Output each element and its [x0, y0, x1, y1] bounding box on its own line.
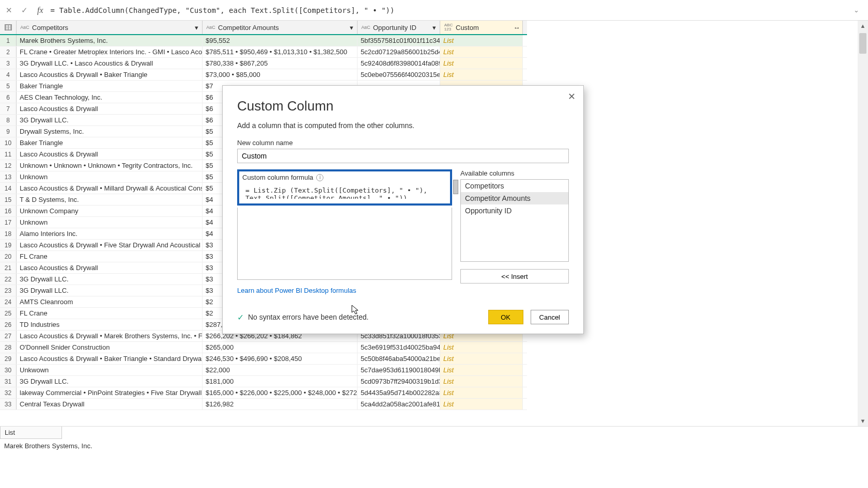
cell-custom[interactable]: List [440, 387, 523, 398]
cell-competitors[interactable]: Lasco Acoustics & Drywall • Baker Triang… [17, 69, 203, 80]
cell-custom[interactable]: List [440, 69, 523, 80]
cell-opportunity[interactable]: 5d4435a95d714b002282a855 [358, 387, 440, 398]
cell-amounts[interactable]: $181,000 [203, 376, 358, 387]
cell-opportunity[interactable]: 5c92408d6f83980014fa089c [358, 58, 440, 69]
cell-competitors[interactable]: Drywall Systems, Inc. [17, 126, 203, 137]
cell-custom[interactable]: List [440, 365, 523, 375]
cell-opportunity[interactable]: 5ca4dd2a058ac2001afe814b [358, 399, 440, 410]
cell-amounts[interactable]: $73,000 • $85,000 [203, 69, 358, 80]
cell-competitors[interactable]: 3G Drywall LLC. [17, 285, 203, 296]
cell-competitors[interactable]: Central Texas Drywall [17, 399, 203, 410]
formula-textarea[interactable] [237, 208, 452, 280]
cell-competitors[interactable]: Unknown [17, 217, 203, 228]
cell-competitors[interactable]: Unknown Company [17, 206, 203, 216]
cell-competitors[interactable]: 3G Drywall LLC. [17, 274, 203, 285]
cell-competitors[interactable]: Lasco Acoustics & Drywall [17, 262, 203, 273]
cell-competitors[interactable]: Lasco Acoustics & Drywall • Millard Dryw… [17, 183, 203, 194]
filter-dropdown-icon[interactable]: ▾ [430, 24, 438, 31]
scroll-up-icon[interactable]: ▲ [858, 21, 868, 31]
cell-amounts[interactable]: $785,511 • $950,469 • $1,013,310 • $1,38… [203, 46, 358, 57]
cell-competitors[interactable]: O'Donnell Snider Construction [17, 342, 203, 353]
cell-custom[interactable]: List [440, 46, 523, 57]
cell-competitors[interactable]: Unknown • Unknown • Unknown • Tegrity Co… [17, 160, 203, 171]
cell-competitors[interactable]: Alamo Interiors Inc. [17, 228, 203, 239]
scroll-down-icon[interactable]: ▼ [858, 416, 868, 426]
cell-amounts[interactable]: $780,338 • $867,205 [203, 58, 358, 69]
cell-competitors[interactable]: Lasco Acoustics & Drywall • Five Star Dr… [17, 240, 203, 250]
cell-opportunity[interactable]: 5cd0973b7ff29400319b1d37 [358, 376, 440, 387]
cell-competitors[interactable]: Unknown [17, 171, 203, 182]
cell-competitors[interactable]: FL Crane [17, 308, 203, 319]
cell-amounts[interactable]: $22,000 [203, 365, 358, 375]
table-row[interactable]: 32lakeway Commercial • PinPoint Strategi… [0, 387, 527, 399]
cell-custom[interactable]: List [440, 399, 523, 410]
filter-dropdown-icon[interactable]: ▾ [193, 24, 200, 31]
cancel-button[interactable]: Cancel [531, 310, 569, 324]
table-row[interactable]: 313G Drywall LLC.$181,0005cd0973b7ff2940… [0, 376, 527, 387]
available-column-item[interactable]: Competitors [461, 180, 568, 192]
expand-column-icon[interactable]: ↔ [513, 24, 520, 31]
cell-competitors[interactable]: Lasco Acoustics & Drywall [17, 149, 203, 160]
cell-amounts[interactable]: $95,552 [203, 35, 358, 46]
cell-opportunity[interactable]: 5bf3557581c01f001f11c34f [358, 35, 440, 46]
cell-custom[interactable]: List [440, 35, 523, 46]
col-header-custom[interactable]: ABC123 Custom ↔ [440, 21, 523, 34]
cell-competitors[interactable]: Baker Triangle [17, 137, 203, 148]
info-icon[interactable]: i [316, 174, 323, 181]
cell-competitors[interactable]: Marek Brothers Systems, Inc. [17, 35, 203, 46]
cell-opportunity[interactable]: 5c2cd07129a856001b25d449 [358, 46, 440, 57]
cell-competitors[interactable]: 3G Drywall LLC. [17, 376, 203, 387]
cell-competitors[interactable]: Unkwown [17, 365, 203, 375]
cell-opportunity[interactable]: 5c3e6919f531d40025ba948f [358, 342, 440, 353]
formula-text[interactable]: = Table.AddColumn(ChangedType, "Custom",… [51, 6, 849, 14]
confirm-formula-icon[interactable]: ✓ [19, 5, 30, 16]
fx-icon[interactable]: fx [34, 6, 47, 15]
available-column-item[interactable]: Competitor Amounts [461, 192, 568, 204]
table-row[interactable]: 29Lasco Acoustics & Drywall • Baker Tria… [0, 353, 527, 365]
cell-custom[interactable]: List [440, 58, 523, 69]
col-header-opportunity[interactable]: ABC Opportunity ID ▾ [358, 21, 440, 34]
cell-competitors[interactable]: T & D Systems, Inc. [17, 194, 203, 205]
cell-opportunity[interactable]: 5c7dae953d61190018049b44 [358, 365, 440, 375]
cell-competitors[interactable]: Lasco Acoustics & Drywall [17, 103, 203, 114]
cell-competitors[interactable]: 3G Drywall LLC. • Lasco Acoustics & Dryw… [17, 58, 203, 69]
cell-competitors[interactable]: AES Clean Technology, Inc. [17, 92, 203, 103]
cell-competitors[interactable]: Baker Triangle [17, 81, 203, 91]
col-header-amounts[interactable]: ABC Competitor Amounts ▾ [203, 21, 358, 34]
table-row[interactable]: 33G Drywall LLC. • Lasco Acoustics & Dry… [0, 58, 527, 69]
table-row[interactable]: 30Unkwown$22,0005c7dae953d61190018049b44… [0, 365, 527, 376]
cell-competitors[interactable]: Lasco Acoustics & Drywall • Marek Brothe… [17, 330, 203, 341]
cell-competitors[interactable]: TD Industries [17, 319, 203, 330]
cell-competitors[interactable]: AMTS Cleanroom [17, 296, 203, 307]
scroll-thumb[interactable] [859, 33, 866, 54]
table-row[interactable]: 1Marek Brothers Systems, Inc.$95,5525bf3… [0, 35, 527, 46]
available-column-item[interactable]: Opportunity ID [461, 204, 568, 217]
cell-competitors[interactable]: 3G Drywall LLC. [17, 115, 203, 125]
cancel-formula-icon[interactable]: ✕ [3, 5, 14, 16]
cell-opportunity[interactable]: 5c0ebe075566f40020315e29 [358, 69, 440, 80]
table-options-icon[interactable] [0, 21, 17, 34]
table-row[interactable]: 4Lasco Acoustics & Drywall • Baker Trian… [0, 69, 527, 81]
cell-competitors[interactable]: Lasco Acoustics & Drywall • Baker Triang… [17, 353, 203, 364]
column-name-input[interactable] [237, 149, 569, 163]
learn-link[interactable]: Learn about Power BI Desktop formulas [237, 287, 357, 294]
cell-custom[interactable]: List [440, 353, 523, 364]
preview-tab[interactable]: List [0, 427, 62, 439]
cell-custom[interactable]: List [440, 376, 523, 387]
cell-amounts[interactable]: $126,982 [203, 399, 358, 410]
expand-formula-icon[interactable]: ⌄ [854, 6, 865, 14]
cell-opportunity[interactable]: 5c50b8f46aba54000a21be03 [358, 353, 440, 364]
cell-competitors[interactable]: lakeway Commercial • PinPoint Strategies… [17, 387, 203, 398]
cell-amounts[interactable]: $246,530 • $496,690 • $208,450 [203, 353, 358, 364]
table-row[interactable]: 28O'Donnell Snider Construction$265,0005… [0, 342, 527, 353]
table-row[interactable]: 33Central Texas Drywall$126,9825ca4dd2a0… [0, 399, 527, 410]
vertical-scrollbar[interactable]: ▲ ▼ [858, 21, 868, 426]
ok-button[interactable]: OK [488, 310, 523, 324]
cell-amounts[interactable]: $265,000 [203, 342, 358, 353]
col-header-competitors[interactable]: ABC Competitors ▾ [17, 21, 203, 34]
table-row[interactable]: 2FL Crane • Greater Metroplex Interiors … [0, 46, 527, 58]
available-columns-list[interactable]: CompetitorsCompetitor AmountsOpportunity… [460, 179, 569, 262]
cell-competitors[interactable]: FL Crane [17, 251, 203, 262]
cell-amounts[interactable]: $165,000 • $226,000 • $225,000 • $248,00… [203, 387, 358, 398]
splitter-handle[interactable] [453, 180, 458, 194]
